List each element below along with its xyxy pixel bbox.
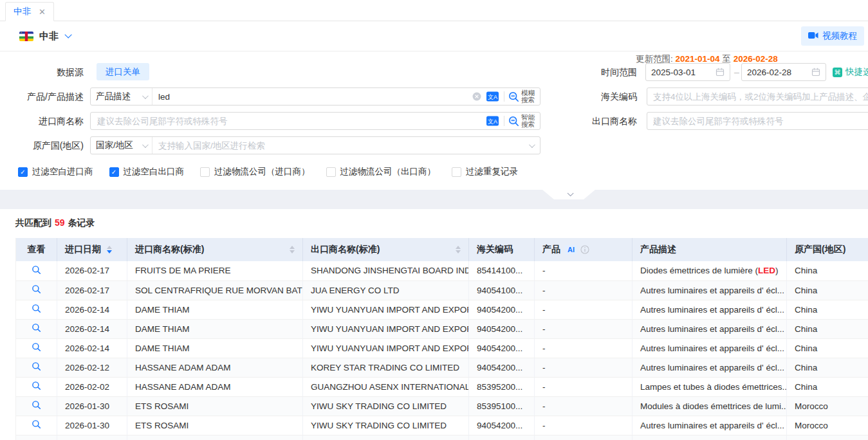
view-record-button[interactable] — [32, 400, 41, 410]
importer-link[interactable]: HASSANE ADAM ADAM — [127, 358, 303, 377]
view-record-button[interactable] — [32, 419, 41, 429]
exporter-link[interactable]: YIWU SKY TRADING CO LIMITED — [303, 396, 469, 416]
hscode-input[interactable] — [647, 92, 868, 102]
quick-select-button[interactable]: ⌘ 快捷选择 — [833, 63, 868, 81]
product-desc-cell: Autres luminaires et appareils d' écl... — [633, 416, 787, 435]
smart-search-button[interactable]: 智能搜索 — [508, 114, 535, 128]
magnifier-icon — [32, 362, 41, 371]
origin-cell: China — [787, 377, 868, 396]
view-record-button[interactable] — [32, 265, 41, 275]
hscode-cell: 94054200... — [469, 416, 535, 435]
filter-checkbox[interactable]: 过滤物流公司（出口商） — [326, 166, 436, 178]
exporter-link[interactable]: YIWU SKY TRADING CO LIMITED — [303, 416, 469, 435]
sort-icon — [107, 246, 112, 253]
importer-search-input[interactable] — [91, 116, 484, 126]
product-desc-cell: Autres luminaires et appareils d' écl... — [633, 319, 787, 338]
origin-country-input[interactable] — [152, 141, 526, 151]
results-table: 查看 进口日期 进口商名称(标准) 出口商名称(标准) — [15, 238, 868, 440]
col-exporter[interactable]: 出口商名称(标准) — [303, 238, 469, 261]
panel-gap — [0, 190, 868, 209]
view-record-button[interactable] — [32, 342, 41, 352]
hscode-cell: 85414100... — [469, 261, 535, 280]
import-date-cell: 2026-02-14 — [57, 338, 127, 358]
importer-link[interactable]: SOL CENTRAFRIQUE RUE MORVAN BAT OF... — [127, 280, 303, 300]
checkbox-icon[interactable]: ✓ — [18, 167, 28, 177]
checkbox-icon[interactable]: ✓ — [109, 167, 119, 177]
checkbox-icon[interactable] — [452, 167, 461, 177]
collapse-filters-button[interactable] — [542, 190, 595, 199]
country-selector-label[interactable]: 中非 — [39, 30, 59, 42]
checkbox-icon[interactable] — [200, 167, 210, 177]
importer-link[interactable]: DAME THIAM — [127, 319, 303, 338]
product-desc-cell: Autres luminaires et appareils d' écl... — [633, 300, 787, 319]
clear-input-icon[interactable] — [472, 92, 481, 101]
exporter-link[interactable]: GUANGZHOU ASENX INTERNATIONAL CO ... — [303, 377, 469, 396]
exporter-link[interactable]: YIWU YUANYUAN IMPORT AND EXPORT C... — [303, 300, 469, 319]
importer-link[interactable]: ETS ROSAMI — [127, 396, 303, 416]
exporter-link[interactable] — [303, 435, 469, 440]
importer-link[interactable]: FRUITS DE MA PRIERE — [127, 261, 303, 280]
chevron-down-icon[interactable] — [529, 143, 533, 148]
view-record-button[interactable] — [32, 284, 41, 294]
shortcut-icon: ⌘ — [833, 68, 842, 77]
calendar-icon — [811, 68, 820, 77]
col-view: 查看 — [16, 238, 57, 261]
view-record-button[interactable] — [32, 362, 41, 371]
product-search-input[interactable] — [152, 92, 470, 102]
translate-icon[interactable]: 文A — [486, 116, 499, 126]
product-cell — [535, 435, 633, 440]
origin-cell: China — [787, 261, 868, 280]
product-cell: - — [535, 377, 633, 396]
checkbox-icon[interactable] — [326, 167, 336, 177]
filter-checkbox[interactable]: ✓ 过滤空白进口商 — [18, 166, 93, 178]
checkbox-label: 过滤重复记录 — [466, 166, 518, 178]
product-cell: - — [535, 358, 633, 377]
start-date-field[interactable] — [651, 68, 709, 77]
product-cell: - — [535, 319, 633, 338]
importer-link[interactable]: HASSANE ADAM ADAM — [127, 377, 303, 396]
datasource-import-declaration-button[interactable]: 进口关单 — [97, 63, 149, 80]
view-record-button[interactable] — [32, 304, 41, 313]
importer-link[interactable]: DAME THIAM — [127, 300, 303, 319]
exporter-link[interactable]: YIWU YUANYUAN IMPORT AND EXPORT C... — [303, 338, 469, 358]
info-icon[interactable] — [580, 245, 589, 254]
magnifier-icon — [32, 381, 41, 390]
video-tutorial-label: 视频教程 — [822, 30, 857, 42]
exporter-link[interactable]: JUA ENERGY CO LTD — [303, 280, 469, 300]
chevron-down-icon — [142, 93, 149, 99]
filter-checkbox[interactable]: 过滤物流公司（进口商） — [200, 166, 310, 178]
table-row — [16, 435, 868, 440]
col-import-date[interactable]: 进口日期 — [57, 238, 127, 261]
time-range-label: 时间范围 — [566, 63, 637, 81]
tab-close-icon[interactable]: ✕ — [39, 8, 46, 16]
exporter-link[interactable]: SHANDONG JINSHENGTAI BOARD INDUST... — [303, 261, 469, 280]
col-importer[interactable]: 进口商名称(标准) — [127, 238, 303, 261]
importer-link[interactable] — [127, 435, 303, 440]
results-count: 59 — [55, 217, 65, 228]
filter-checkbox[interactable]: 过滤重复记录 — [452, 166, 518, 178]
importer-search-control: 文A 智能搜索 — [90, 112, 540, 130]
video-tutorial-button[interactable]: 视频教程 — [801, 26, 864, 46]
svg-text:文A: 文A — [488, 118, 497, 125]
exporter-link[interactable]: YIWU YUANYUAN IMPORT AND EXPORT C... — [303, 319, 469, 338]
filter-checkbox[interactable]: ✓ 过滤空白出口商 — [109, 166, 185, 178]
view-record-button[interactable] — [32, 381, 41, 390]
exporter-name-input[interactable] — [647, 116, 868, 126]
start-date-input[interactable] — [645, 63, 730, 81]
end-date-field[interactable] — [747, 68, 805, 77]
import-date-cell: 2026-02-17 — [57, 261, 127, 280]
fuzzy-search-button[interactable]: 模糊搜索 — [508, 89, 535, 104]
importer-link[interactable]: DAME THIAM — [127, 338, 303, 358]
translate-icon[interactable]: 文A — [486, 91, 499, 102]
sort-icon — [456, 246, 461, 253]
hscode-label: 海关编码 — [566, 87, 637, 105]
product-type-select[interactable]: 产品描述 — [91, 88, 152, 105]
exporter-link[interactable]: KOREY STAR TRADING CO LIMITED — [303, 358, 469, 377]
view-record-button[interactable] — [32, 323, 41, 333]
importer-link[interactable]: ETS ROSAMI — [127, 416, 303, 435]
origin-type-select[interactable]: 国家/地区 — [91, 137, 152, 154]
end-date-input[interactable] — [741, 63, 826, 81]
import-date-cell — [57, 435, 127, 440]
tab-zhongfei[interactable]: 中非 ✕ — [5, 2, 54, 21]
chevron-down-icon[interactable] — [64, 31, 71, 38]
